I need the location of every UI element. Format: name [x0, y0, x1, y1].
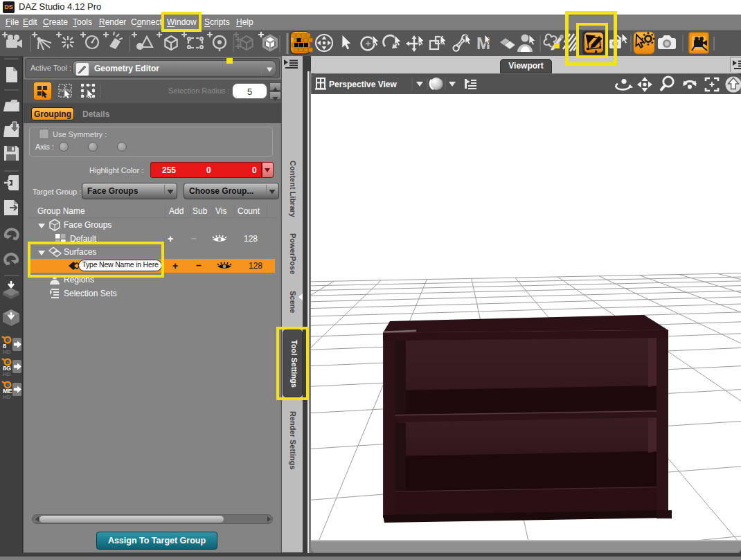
svg-text:HD: HD — [3, 371, 11, 377]
svg-text:HD: HD — [3, 349, 11, 355]
svg-text:8G: 8G — [3, 365, 11, 372]
svg-text:Perspective View: Perspective View — [329, 80, 398, 89]
svg-text:8: 8 — [3, 343, 6, 350]
svg-text:ME: ME — [3, 388, 12, 395]
svg-text:HD: HD — [3, 394, 11, 400]
